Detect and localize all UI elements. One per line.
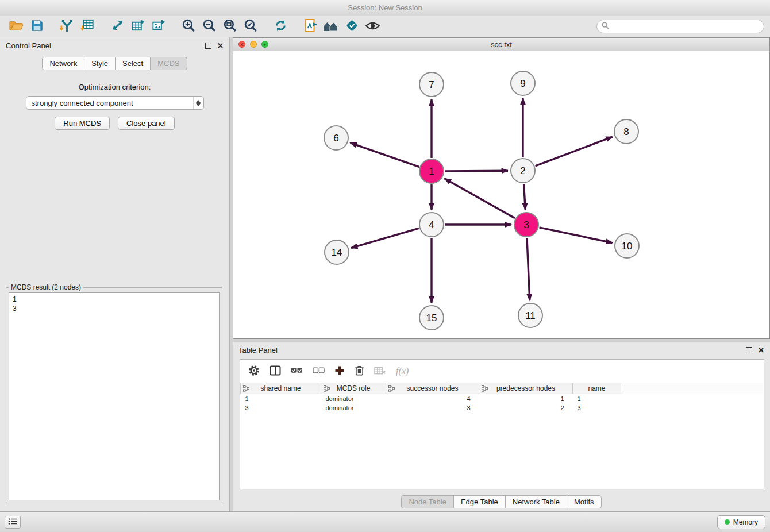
- column-header-successor-nodes[interactable]: successor nodes: [386, 383, 479, 394]
- function-builder-button[interactable]: f(x): [396, 366, 409, 376]
- zoom-window-button[interactable]: +: [261, 41, 268, 48]
- export-table-icon: [130, 18, 145, 34]
- table-header-row: shared name MCDS role successor nodes pr…: [241, 383, 763, 394]
- graph-node-2[interactable]: 2: [511, 159, 535, 183]
- delete-column-button[interactable]: [355, 365, 364, 377]
- tab-edge-table[interactable]: Edge Table: [453, 495, 506, 508]
- table-row[interactable]: 3dominator323: [241, 403, 763, 413]
- save-session-button[interactable]: [26, 18, 47, 35]
- network-view[interactable]: 7968124314101511: [233, 51, 769, 338]
- graph-edge-3-10[interactable]: [540, 228, 613, 243]
- refresh-layout-button[interactable]: [270, 18, 291, 35]
- graph-node-11[interactable]: 11: [518, 303, 542, 327]
- graph-edge-2-3[interactable]: [524, 184, 526, 210]
- zoom-out-button[interactable]: [199, 18, 220, 35]
- create-column-button[interactable]: [334, 365, 345, 377]
- export-network-button[interactable]: [107, 18, 128, 35]
- graph-edge-1-6[interactable]: [351, 143, 419, 167]
- zoom-fit-button[interactable]: [220, 18, 240, 35]
- table-cell[interactable]: 3: [573, 403, 621, 413]
- float-panel-icon[interactable]: [746, 347, 752, 353]
- graph-node-6[interactable]: 6: [324, 126, 348, 150]
- table-cell[interactable]: 4: [386, 394, 479, 403]
- svg-text:8: 8: [623, 126, 629, 137]
- graph-node-15[interactable]: 15: [419, 306, 444, 330]
- column-header-shared-name[interactable]: shared name: [241, 383, 321, 394]
- graph-node-3[interactable]: 3: [514, 213, 538, 237]
- export-image-button[interactable]: [148, 18, 169, 35]
- table-cell[interactable]: 1: [479, 394, 573, 403]
- table-cell[interactable]: 1: [241, 394, 321, 403]
- deselect-all-columns-button[interactable]: [313, 367, 325, 376]
- graph-node-9[interactable]: 9: [511, 71, 535, 95]
- columns-icon: [270, 365, 281, 377]
- control-panel-title: Control Panel: [6, 41, 51, 50]
- tab-style[interactable]: Style: [84, 57, 116, 70]
- table-cell[interactable]: 2: [479, 403, 573, 413]
- graph-edge-3-11[interactable]: [527, 238, 530, 300]
- show-panel-list-button[interactable]: [5, 516, 21, 529]
- tab-mcds[interactable]: MCDS: [150, 57, 187, 70]
- table-cell[interactable]: 3: [386, 403, 479, 413]
- tab-motifs[interactable]: Motifs: [567, 495, 602, 508]
- criterion-select[interactable]: strongly connected component: [26, 96, 204, 110]
- show-columns-button[interactable]: [270, 365, 281, 377]
- tab-network[interactable]: Network: [42, 57, 84, 70]
- network-canvas[interactable]: 7968124314101511: [233, 51, 769, 338]
- column-header-name[interactable]: name: [573, 383, 621, 394]
- table-cell[interactable]: 3: [241, 403, 321, 413]
- import-table-file-button[interactable]: [77, 18, 98, 35]
- select-all-columns-button[interactable]: [291, 367, 303, 376]
- column-header-mcds-role[interactable]: MCDS role: [321, 383, 386, 394]
- export-table-button[interactable]: [128, 18, 148, 35]
- close-panel-button[interactable]: Close panel: [118, 117, 175, 130]
- tab-network-table[interactable]: Network Table: [505, 495, 567, 508]
- open-session-button[interactable]: [6, 18, 26, 35]
- table-cell[interactable]: dominator: [321, 394, 386, 403]
- run-mcds-button[interactable]: Run MCDS: [55, 117, 110, 130]
- floppy-icon: [30, 19, 44, 34]
- zoom-selected-button[interactable]: [240, 18, 261, 35]
- column-header-predecessor-nodes[interactable]: predecessor nodes: [479, 383, 573, 394]
- apply-style-button[interactable]: [341, 18, 362, 35]
- home-networks-button[interactable]: [321, 18, 341, 35]
- control-panel: Control Panel ✕ Network Style Select MCD…: [0, 37, 230, 511]
- graph-edge-3-1[interactable]: [445, 179, 515, 218]
- table-settings-button[interactable]: [248, 365, 260, 378]
- graph-node-1[interactable]: 1: [419, 159, 444, 183]
- show-hide-button[interactable]: [362, 18, 383, 35]
- table-panel-header: Table Panel ✕: [233, 342, 770, 358]
- minimize-window-button[interactable]: −: [250, 41, 257, 48]
- graph-node-4[interactable]: 4: [419, 213, 444, 237]
- memory-status-icon: [725, 519, 730, 525]
- graph-edge-1-2[interactable]: [445, 171, 508, 171]
- node-table-body: 1dominator4113dominator323: [241, 394, 763, 413]
- table-cell[interactable]: dominator: [321, 403, 386, 413]
- table-row[interactable]: 1dominator411: [241, 394, 763, 403]
- graph-edge-4-14[interactable]: [351, 228, 419, 248]
- graph-node-14[interactable]: 14: [325, 240, 349, 264]
- network-window-titlebar[interactable]: ✕ − + scc.txt: [233, 38, 769, 51]
- close-panel-icon[interactable]: ✕: [217, 43, 224, 49]
- svg-text:1: 1: [429, 166, 434, 177]
- window-title: Session: New Session: [348, 3, 422, 12]
- import-network-file-button[interactable]: [56, 18, 77, 35]
- close-window-button[interactable]: ✕: [238, 41, 245, 48]
- tab-node-table[interactable]: Node Table: [401, 495, 454, 508]
- tab-select[interactable]: Select: [115, 57, 151, 70]
- network-document-button[interactable]: [300, 18, 321, 35]
- delete-table-button[interactable]: [374, 366, 386, 377]
- gear-icon: [248, 365, 260, 378]
- graph-node-10[interactable]: 10: [615, 234, 639, 258]
- zoom-in-button[interactable]: [178, 18, 199, 35]
- graph-node-7[interactable]: 7: [419, 72, 444, 97]
- float-panel-icon[interactable]: [205, 43, 211, 49]
- search-input[interactable]: [613, 22, 759, 30]
- graph-node-8[interactable]: 8: [614, 119, 638, 144]
- graph-edge-2-8[interactable]: [536, 137, 613, 166]
- memory-button[interactable]: Memory: [717, 515, 765, 529]
- close-panel-icon[interactable]: ✕: [758, 347, 764, 353]
- table-cell[interactable]: 1: [573, 394, 621, 403]
- criterion-selected-value: strongly connected component: [32, 99, 193, 107]
- mcds-result-line: 1: [13, 295, 215, 304]
